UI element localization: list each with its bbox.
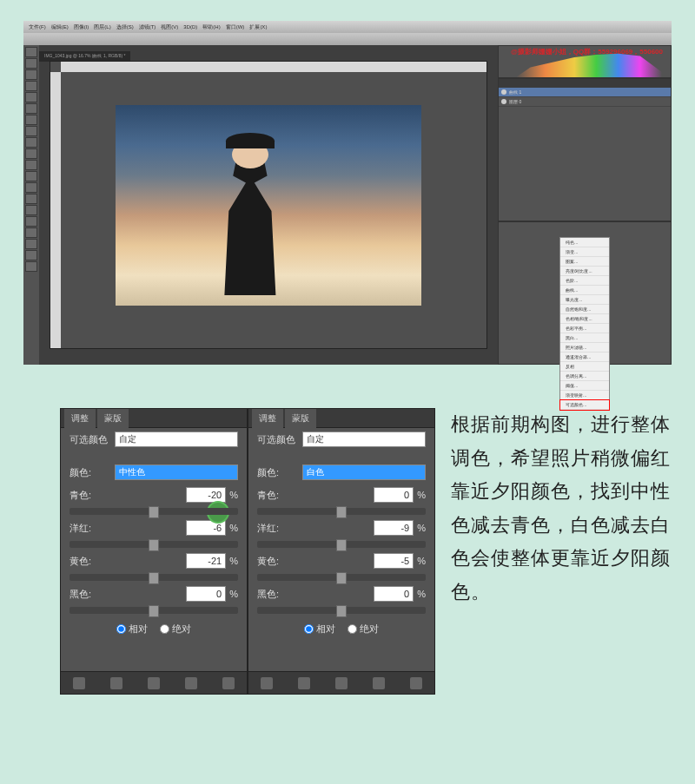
- lasso-tool[interactable]: [25, 69, 37, 80]
- yellow-input[interactable]: [374, 553, 414, 569]
- magenta-input[interactable]: [374, 520, 414, 536]
- preset-select[interactable]: 自定: [115, 432, 238, 447]
- marquee-tool[interactable]: [25, 58, 37, 69]
- move-tool[interactable]: [25, 47, 37, 57]
- menu-pattern[interactable]: 图案...: [560, 257, 609, 267]
- menu-color-balance[interactable]: 色彩平衡...: [560, 324, 609, 333]
- yellow-slider[interactable]: [70, 574, 238, 581]
- menu-curves[interactable]: 曲线...: [560, 286, 609, 295]
- cyan-slider[interactable]: [70, 508, 238, 515]
- shape-tool[interactable]: [25, 239, 37, 249]
- tab-adjustments[interactable]: 调整: [64, 409, 96, 428]
- menu-3d[interactable]: 3D(D): [183, 24, 197, 30]
- reset-icon[interactable]: [148, 677, 160, 689]
- yellow-input[interactable]: [186, 553, 226, 569]
- color-select[interactable]: 中性色: [115, 464, 238, 480]
- black-input[interactable]: [186, 586, 226, 602]
- tab-masks[interactable]: 蒙版: [285, 409, 316, 428]
- method-radio-group[interactable]: 相对 绝对: [248, 616, 434, 642]
- panel-tabs[interactable]: 调整 蒙版: [248, 409, 434, 428]
- pen-tool[interactable]: [25, 205, 37, 215]
- visibility-icon[interactable]: [501, 99, 506, 104]
- trash-icon[interactable]: [410, 677, 422, 689]
- eyedropper-tool[interactable]: [25, 103, 37, 114]
- adjustment-layer-menu[interactable]: 纯色... 渐变... 图案... 亮度/对比度... 色阶... 曲线... …: [559, 237, 610, 411]
- view-prev-icon[interactable]: [298, 677, 310, 689]
- clip-icon[interactable]: [73, 677, 85, 689]
- magenta-label: 洋红:: [257, 522, 299, 535]
- black-input[interactable]: [374, 586, 414, 602]
- eraser-tool[interactable]: [25, 160, 37, 170]
- visibility-icon[interactable]: [373, 677, 385, 689]
- tab-masks[interactable]: 蒙版: [97, 409, 129, 428]
- color-select[interactable]: 白色: [302, 464, 426, 480]
- blur-tool[interactable]: [25, 182, 37, 193]
- menu-window[interactable]: 窗口(W): [226, 23, 245, 31]
- visibility-icon[interactable]: [185, 677, 197, 689]
- heal-tool[interactable]: [25, 115, 37, 125]
- visibility-icon[interactable]: [501, 89, 506, 95]
- crop-tool[interactable]: [25, 92, 37, 102]
- radio-absolute[interactable]: 绝对: [348, 623, 379, 636]
- layers-panel[interactable]: 曲线 1 图层 0: [498, 78, 672, 221]
- stamp-tool[interactable]: [25, 137, 37, 148]
- cyan-slider[interactable]: [257, 508, 426, 515]
- menu-black-white[interactable]: 黑白...: [560, 333, 609, 343]
- black-slider[interactable]: [70, 607, 238, 614]
- layer-row[interactable]: 图层 0: [499, 97, 671, 107]
- radio-absolute[interactable]: 绝对: [160, 623, 191, 636]
- panel-tabs[interactable]: 调整 蒙版: [61, 409, 247, 428]
- gradient-tool[interactable]: [25, 171, 37, 181]
- dodge-tool[interactable]: [25, 194, 37, 204]
- menu-exposure[interactable]: 曝光度...: [560, 295, 609, 305]
- menu-photo-filter[interactable]: 照片滤镜...: [560, 343, 609, 352]
- black-label: 黑色:: [70, 588, 111, 601]
- menu-gradient[interactable]: 渐变...: [560, 247, 609, 257]
- photo-sunset-portrait[interactable]: [116, 105, 420, 306]
- menu-filter[interactable]: 滤镜(T): [139, 23, 156, 31]
- clip-icon[interactable]: [261, 677, 273, 689]
- menu-channel-mixer[interactable]: 通道混合器...: [560, 352, 609, 362]
- menu-ext[interactable]: 扩展(X): [249, 23, 267, 31]
- black-slider[interactable]: [257, 607, 426, 614]
- menu-invert[interactable]: 反相: [560, 362, 609, 372]
- yellow-slider[interactable]: [257, 574, 426, 581]
- view-prev-icon[interactable]: [110, 677, 122, 689]
- menubar[interactable]: 文件(F) 编辑(E) 图像(I) 图层(L) 选择(S) 滤镜(T) 视图(V…: [23, 21, 672, 33]
- brush-tool[interactable]: [25, 126, 37, 136]
- hand-tool[interactable]: [25, 250, 37, 260]
- menu-view[interactable]: 视图(V): [161, 23, 178, 31]
- type-tool[interactable]: [25, 216, 37, 227]
- menu-posterize[interactable]: 色调分离...: [560, 372, 609, 381]
- preset-select[interactable]: 自定: [302, 432, 426, 447]
- menu-select[interactable]: 选择(S): [116, 23, 134, 31]
- menu-solid-color[interactable]: 纯色...: [560, 238, 609, 247]
- radio-relative[interactable]: 相对: [304, 623, 335, 636]
- history-brush-tool[interactable]: [25, 148, 37, 159]
- menu-edit[interactable]: 编辑(E): [51, 23, 69, 31]
- reset-icon[interactable]: [335, 677, 348, 689]
- menu-threshold[interactable]: 阈值...: [560, 381, 609, 391]
- tab-adjustments[interactable]: 调整: [252, 409, 283, 428]
- menu-levels[interactable]: 色阶...: [560, 276, 609, 286]
- menu-hue-sat[interactable]: 色相/饱和度...: [560, 314, 609, 324]
- menu-file[interactable]: 文件(F): [29, 23, 46, 31]
- magenta-slider[interactable]: [257, 541, 426, 548]
- path-tool[interactable]: [25, 227, 37, 238]
- layer-row[interactable]: 曲线 1: [499, 88, 671, 97]
- menu-layer[interactable]: 图层(L): [94, 23, 110, 31]
- method-radio-group[interactable]: 相对 绝对: [61, 616, 247, 642]
- magenta-slider[interactable]: [70, 541, 238, 548]
- menu-help[interactable]: 帮助(H): [202, 23, 220, 31]
- cyan-input[interactable]: [374, 487, 414, 503]
- menu-image[interactable]: 图像(I): [74, 23, 89, 31]
- trash-icon[interactable]: [222, 677, 235, 689]
- zoom-tool[interactable]: [25, 261, 37, 272]
- radio-relative[interactable]: 相对: [116, 623, 148, 636]
- menu-selective-color[interactable]: 可选颜色...: [560, 400, 609, 410]
- menu-brightness[interactable]: 亮度/对比度...: [560, 267, 609, 276]
- menu-vibrance[interactable]: 自然饱和度...: [560, 305, 609, 314]
- wand-tool[interactable]: [25, 81, 37, 91]
- menu-gradient-map[interactable]: 渐变映射...: [560, 391, 609, 400]
- tools-panel[interactable]: [23, 45, 39, 365]
